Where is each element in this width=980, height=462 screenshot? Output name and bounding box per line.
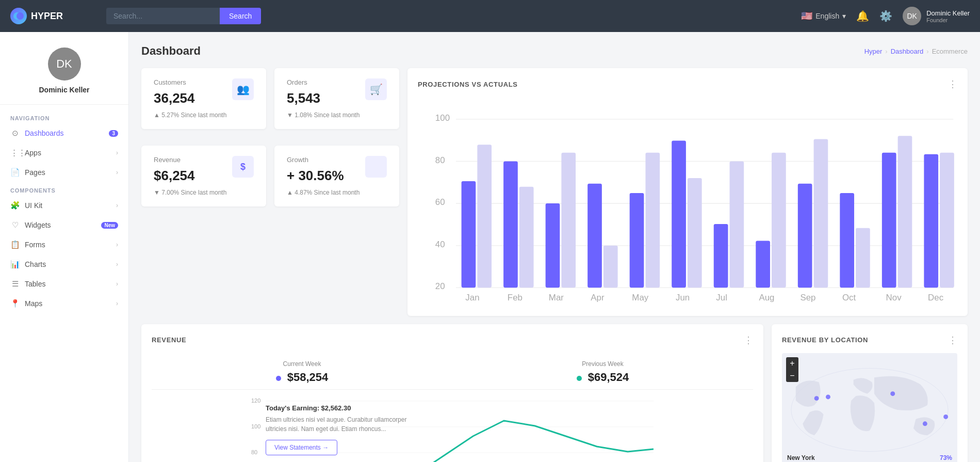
dashboard-icon: ⊙ <box>10 129 20 138</box>
svg-rect-32 <box>882 153 896 288</box>
notification-icon[interactable]: 🔔 <box>856 10 869 22</box>
widgets-icon: ♡ <box>10 220 20 230</box>
bar-chart-svg: 100 80 60 40 20 <box>418 97 957 304</box>
sidebar-user-name: Dominic Keller <box>10 86 118 94</box>
svg-point-58 <box>890 391 895 396</box>
metric-info: Orders 5,543 ▼ 1.08% Since last month <box>287 78 360 119</box>
metric-icon <box>365 156 387 178</box>
revenue-chart-title: REVENUE <box>152 336 186 344</box>
sidebar-item-label: Apps <box>25 149 111 157</box>
current-week-value: $58,254 <box>152 371 452 384</box>
metric-icon: 🛒 <box>365 78 387 100</box>
more-options-icon[interactable]: ⋮ <box>948 334 957 346</box>
sidebar-item-uikit[interactable]: 🧩 UI Kit › <box>0 196 128 215</box>
topbar: HYPER Search 🇺🇸 English ▾ 🔔 ⚙️ DK Domini… <box>0 0 980 32</box>
green-dot <box>577 376 582 381</box>
svg-text:Oct: Oct <box>842 293 856 302</box>
metric-label: Revenue <box>154 156 226 164</box>
more-options-icon[interactable]: ⋮ <box>948 78 957 90</box>
metric-info: Revenue $6,254 ▼ 7.00% Since last month <box>154 156 226 196</box>
map-title: REVENUE BY LOCATION <box>782 336 868 344</box>
svg-rect-34 <box>924 154 938 288</box>
sidebar-item-maps[interactable]: 📍 Maps › <box>0 294 128 313</box>
language-selector[interactable]: 🇺🇸 English ▾ <box>801 10 846 22</box>
chart-title: PROJECTIONS VS ACTUALS <box>418 81 518 88</box>
dashboards-badge: 3 <box>109 130 118 137</box>
sidebar-item-pages[interactable]: 📄 Pages › <box>0 163 128 182</box>
app-logo: HYPER <box>10 8 93 24</box>
svg-text:Mar: Mar <box>549 293 564 302</box>
svg-rect-24 <box>714 224 728 288</box>
svg-text:20: 20 <box>435 281 445 291</box>
svg-rect-22 <box>672 141 686 288</box>
forms-icon: 📋 <box>10 240 20 249</box>
svg-rect-18 <box>587 184 602 288</box>
search-input[interactable] <box>106 8 220 24</box>
user-details: Dominic Keller Founder <box>926 9 970 23</box>
chevron-right-icon: › <box>116 241 118 248</box>
sidebar-item-label: Widgets <box>25 221 96 229</box>
svg-text:Nov: Nov <box>886 293 902 302</box>
down-arrow-icon: ▼ <box>287 111 293 119</box>
sidebar-item-label: Charts <box>25 260 111 268</box>
up-arrow-icon: ▲ <box>287 189 293 196</box>
sidebar-item-apps[interactable]: ⋮⋮ Apps › <box>0 143 128 163</box>
metrics-bottom-row: Revenue $6,254 ▼ 7.00% Since last month … <box>141 146 399 206</box>
svg-rect-23 <box>688 178 702 288</box>
pages-icon: 📄 <box>10 168 20 177</box>
svg-text:100: 100 <box>435 113 450 123</box>
svg-rect-15 <box>519 187 534 288</box>
metric-change: ▲ 4.87% Since last month <box>287 189 360 196</box>
uikit-icon: 🧩 <box>10 201 20 210</box>
svg-text:40: 40 <box>435 240 445 249</box>
svg-text:Jul: Jul <box>716 293 727 302</box>
breadcrumb-sep-1: › <box>885 47 887 55</box>
topbar-right: 🇺🇸 English ▾ 🔔 ⚙️ DK Dominic Keller Foun… <box>801 7 970 25</box>
chevron-right-icon: › <box>116 169 118 176</box>
map-chart-header: REVENUE BY LOCATION ⋮ <box>782 334 957 346</box>
sidebar-item-dashboards[interactable]: ⊙ Dashboards 3 <box>0 123 128 143</box>
sidebar: DK Dominic Keller NAVIGATION ⊙ Dashboard… <box>0 32 129 462</box>
current-week-label: Current Week <box>152 360 452 368</box>
svg-text:Dec: Dec <box>928 293 943 302</box>
search-button[interactable]: Search <box>220 8 261 24</box>
sidebar-item-forms[interactable]: 📋 Forms › <box>0 235 128 254</box>
chevron-right-icon: › <box>116 261 118 268</box>
top-section: Customers 36,254 ▲ 5.27% Since last mont… <box>141 68 968 316</box>
revenue-chart-area: 120 100 80 Today's Earning: $2,562.30 <box>152 389 753 462</box>
sidebar-item-widgets[interactable]: ♡ Widgets New <box>0 215 128 235</box>
metric-card-revenue: Revenue $6,254 ▼ 7.00% Since last month … <box>141 146 266 206</box>
metric-value: 36,254 <box>154 90 226 106</box>
metric-change: ▲ 5.27% Since last month <box>154 111 226 119</box>
zoom-out-button[interactable]: − <box>786 370 798 382</box>
breadcrumb-dashboard[interactable]: Dashboard <box>891 47 924 55</box>
svg-point-60 <box>943 415 948 419</box>
search-form: Search <box>106 8 261 24</box>
sidebar-item-tables[interactable]: ☰ Tables › <box>0 274 128 294</box>
svg-text:Jun: Jun <box>676 293 690 302</box>
breadcrumb-hyper[interactable]: Hyper <box>864 47 883 55</box>
customers-icon: 👥 <box>237 83 250 95</box>
down-arrow-icon: ▼ <box>154 189 160 196</box>
chevron-right-icon: › <box>116 149 118 156</box>
metric-label: Orders <box>287 78 360 86</box>
breadcrumb-current: Ecommerce <box>932 47 968 55</box>
logo-icon <box>10 8 27 24</box>
sidebar-item-charts[interactable]: 📊 Charts › <box>0 254 128 274</box>
projections-chart-card: PROJECTIONS VS ACTUALS ⋮ 100 80 60 40 20 <box>407 68 968 316</box>
more-options-icon[interactable]: ⋮ <box>744 334 753 346</box>
change-pct: 1.08% <box>295 111 312 119</box>
current-week-stat: Current Week $58,254 <box>152 360 452 384</box>
maps-icon: 📍 <box>10 299 20 308</box>
settings-icon[interactable]: ⚙️ <box>879 10 892 22</box>
chevron-right-icon: › <box>116 280 118 288</box>
change-pct: 5.27% <box>161 111 179 119</box>
change-text: Since last month <box>181 189 227 196</box>
avatar: DK <box>903 7 921 25</box>
user-menu[interactable]: DK Dominic Keller Founder <box>903 7 970 25</box>
breadcrumb: Hyper › Dashboard › Ecommerce <box>864 47 968 55</box>
svg-text:Feb: Feb <box>508 293 522 302</box>
svg-rect-29 <box>814 139 828 288</box>
svg-rect-14 <box>503 162 518 288</box>
zoom-in-button[interactable]: + <box>786 357 798 370</box>
